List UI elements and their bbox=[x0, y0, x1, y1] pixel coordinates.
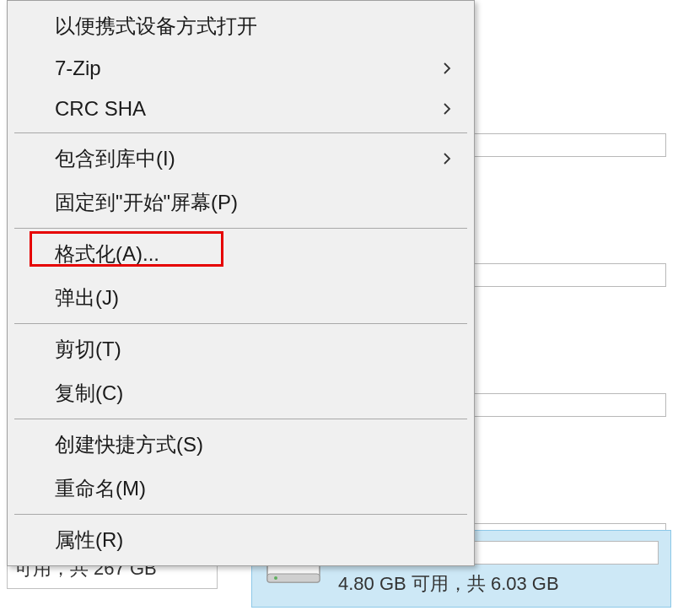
menu-item-7zip[interactable]: 7-Zip bbox=[8, 48, 474, 89]
menu-label: 剪切(T) bbox=[55, 336, 454, 363]
menu-label: 包含到库中(I) bbox=[55, 145, 440, 172]
menu-label: 弹出(J) bbox=[55, 284, 454, 311]
menu-item-cut[interactable]: 剪切(T) bbox=[8, 327, 474, 371]
menu-item-create-shortcut[interactable]: 创建快捷方式(S) bbox=[8, 423, 474, 467]
menu-item-pin-start[interactable]: 固定到"开始"屏幕(P) bbox=[8, 181, 474, 224]
menu-item-include-library[interactable]: 包含到库中(I) bbox=[8, 137, 474, 181]
menu-separator bbox=[14, 323, 467, 324]
menu-item-eject[interactable]: 弹出(J) bbox=[8, 276, 474, 320]
context-menu: 以便携式设备方式打开 7-Zip CRC SHA 包含到库中(I) 固定到"开始… bbox=[7, 0, 475, 566]
menu-item-properties[interactable]: 属性(R) bbox=[8, 518, 474, 562]
menu-item-crc-sha[interactable]: CRC SHA bbox=[8, 89, 474, 129]
menu-item-copy[interactable]: 复制(C) bbox=[8, 371, 474, 415]
menu-separator bbox=[14, 132, 467, 133]
menu-label: 属性(R) bbox=[55, 527, 454, 554]
drive-text: 4.80 GB 可用，共 6.03 GB bbox=[338, 571, 659, 597]
menu-separator bbox=[14, 514, 467, 515]
menu-label: 重命名(M) bbox=[55, 475, 454, 502]
chevron-right-icon bbox=[440, 152, 454, 165]
menu-separator bbox=[14, 228, 467, 229]
menu-separator bbox=[14, 419, 467, 419]
chevron-right-icon bbox=[440, 62, 454, 75]
menu-item-format[interactable]: 格式化(A)... bbox=[8, 232, 474, 276]
menu-label: 创建快捷方式(S) bbox=[55, 431, 454, 458]
menu-label: 固定到"开始"屏幕(P) bbox=[55, 189, 454, 216]
menu-item-rename[interactable]: 重命名(M) bbox=[8, 467, 474, 511]
menu-label: 格式化(A)... bbox=[55, 240, 454, 267]
chevron-right-icon bbox=[440, 102, 454, 116]
menu-item-open-portable[interactable]: 以便携式设备方式打开 bbox=[8, 4, 474, 48]
svg-point-2 bbox=[274, 576, 277, 580]
menu-label: CRC SHA bbox=[55, 97, 440, 121]
menu-label: 7-Zip bbox=[55, 57, 440, 80]
menu-label: 以便携式设备方式打开 bbox=[55, 13, 454, 40]
menu-label: 复制(C) bbox=[55, 380, 454, 407]
